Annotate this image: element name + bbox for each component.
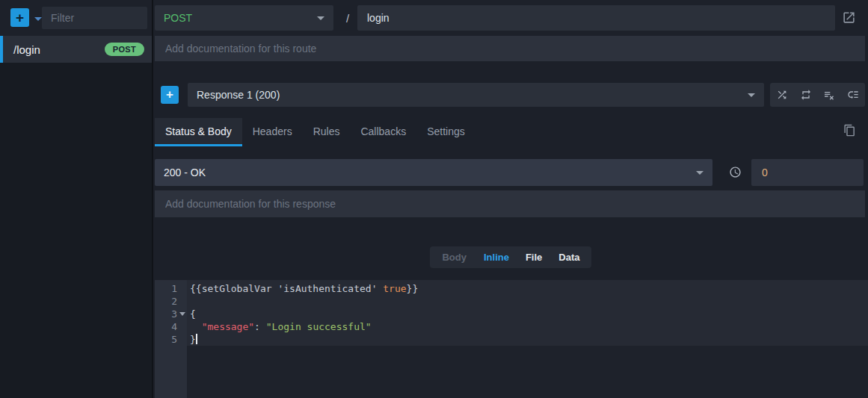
line-number: 4	[155, 320, 187, 333]
chevron-down-icon	[34, 17, 42, 21]
response-doc-input[interactable]	[155, 190, 865, 217]
editor-line: 5}	[155, 333, 868, 346]
add-route-split-button: +	[10, 8, 42, 27]
body-type-option-inline[interactable]: Inline	[475, 246, 517, 268]
chevron-down-icon	[748, 93, 755, 97]
fold-caret-icon[interactable]	[179, 312, 185, 316]
list-remove-icon	[823, 89, 835, 101]
routes-sidebar: + /loginPOST	[0, 0, 152, 398]
line-number: 5	[155, 333, 187, 346]
repeat-icon	[800, 89, 812, 101]
disable-rules-button[interactable]	[823, 89, 835, 101]
response-tabs: Status & BodyHeadersRulesCallbacksSettin…	[155, 118, 868, 146]
route-list-item[interactable]: /loginPOST	[0, 36, 152, 63]
add-response-button[interactable]: +	[161, 86, 179, 104]
route-method-value: POST	[164, 12, 192, 24]
editor-line: 4 "message": "Login successful"	[155, 320, 868, 333]
body-type-option-data[interactable]: Data	[550, 246, 588, 268]
path-separator: /	[338, 0, 357, 36]
route-list: /loginPOST	[0, 36, 152, 63]
line-content: }	[187, 333, 197, 346]
tab-headers[interactable]: Headers	[242, 118, 303, 146]
body-editor[interactable]: 1{{setGlobalVar 'isAuthenticated' true}}…	[155, 280, 868, 398]
routes-filter-input[interactable]	[42, 7, 147, 29]
plus-icon: +	[166, 87, 173, 102]
add-route-menu-button[interactable]	[34, 12, 42, 23]
line-number: 3	[155, 308, 187, 320]
chevron-down-icon	[317, 16, 324, 20]
latency-input[interactable]	[751, 159, 864, 186]
line-content: "message": "Login successful"	[187, 320, 372, 333]
body-type-toggle: Body InlineFileData	[430, 246, 591, 268]
tab-status-body[interactable]: Status & Body	[155, 118, 242, 146]
route-topbar: POST /	[153, 0, 868, 36]
main-panel: POST / + Response 1 (200) Status & BodyH…	[153, 0, 868, 398]
route-method-select[interactable]: POST	[155, 5, 333, 31]
open-in-new-icon	[842, 10, 856, 25]
mockoon-window: + /loginPOST POST / +	[0, 0, 868, 398]
line-content	[187, 295, 190, 308]
body-type-label: Body	[433, 252, 475, 263]
line-number: 2	[155, 295, 187, 308]
method-badge: POST	[105, 43, 144, 56]
clock-icon	[729, 166, 742, 178]
editor-line: 2	[155, 295, 868, 308]
editor-lines: 1{{setGlobalVar 'isAuthenticated' true}}…	[155, 280, 868, 346]
status-code-value: 200 - OK	[164, 167, 206, 178]
response-select-value: Response 1 (200)	[197, 89, 280, 101]
plus-icon: +	[16, 10, 24, 25]
response-mode-toolbar	[770, 83, 865, 107]
copy-icon	[843, 124, 856, 137]
editor-line: 3{	[155, 308, 868, 320]
line-number: 1	[155, 282, 187, 295]
editor-line: 1{{setGlobalVar 'isAuthenticated' true}}	[155, 282, 868, 295]
line-content: {{setGlobalVar 'isAuthenticated' true}}	[187, 282, 418, 295]
status-code-select[interactable]: 200 - OK	[155, 159, 712, 186]
route-path-label: /login	[13, 43, 105, 56]
sidebar-header: +	[0, 0, 152, 36]
tab-rules[interactable]: Rules	[303, 118, 351, 146]
tab-callbacks[interactable]: Callbacks	[350, 118, 416, 146]
text-cursor	[196, 334, 197, 344]
copy-response-button[interactable]	[843, 124, 856, 137]
open-route-in-browser-button[interactable]	[842, 10, 856, 25]
response-select[interactable]: Response 1 (200)	[188, 83, 764, 107]
add-route-button[interactable]: +	[10, 8, 29, 27]
route-path-input[interactable]	[357, 5, 835, 31]
random-response-button[interactable]	[776, 89, 788, 101]
chevron-down-icon	[696, 171, 704, 175]
line-content: {	[187, 308, 196, 320]
route-doc-input[interactable]	[155, 36, 865, 61]
shuffle-icon	[776, 89, 788, 101]
body-type-row: Body InlineFileData	[153, 246, 868, 268]
fallback-icon	[847, 89, 859, 101]
body-type-option-file[interactable]: File	[517, 246, 550, 268]
sequential-response-button[interactable]	[800, 89, 812, 101]
fallback-mode-button[interactable]	[847, 89, 859, 101]
latency-label	[729, 166, 742, 178]
tab-settings[interactable]: Settings	[416, 118, 475, 146]
